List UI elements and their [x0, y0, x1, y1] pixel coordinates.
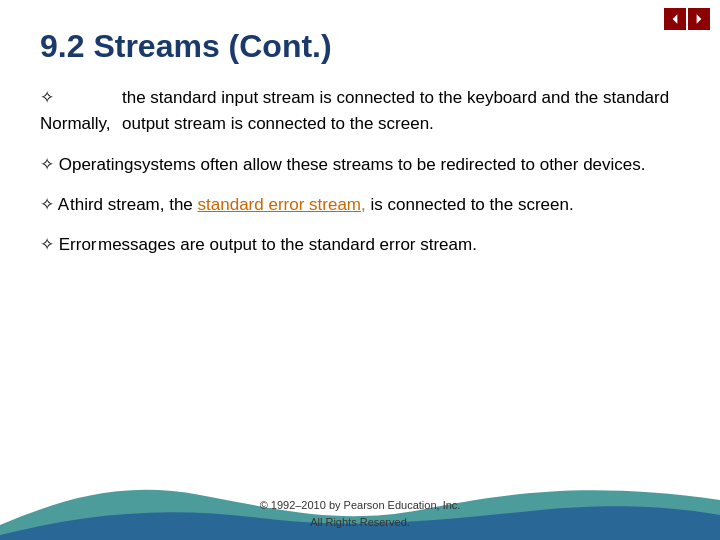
bullet-2-label: ✧ Operating	[40, 152, 133, 178]
slide-title: 9.2 Streams (Cont.)	[0, 0, 720, 85]
nav-buttons	[664, 8, 710, 30]
bullet-3-label: ✧ A	[40, 192, 70, 218]
slide: 9.2 Streams (Cont.) ✧ Normally, the stan…	[0, 0, 720, 540]
bullet-4-text: messages are output to the standard erro…	[98, 232, 477, 258]
bullet-1: ✧ Normally, the standard input stream is…	[40, 85, 680, 138]
bullet-4: ✧ Error messages are output to the stand…	[40, 232, 680, 258]
footer-line1: © 1992–2010 by Pearson Education, Inc.	[0, 497, 720, 514]
standard-error-text: standard error stream,	[198, 195, 366, 214]
footer-line2: All Rights Reserved.	[0, 514, 720, 531]
bullet-3: ✧ A third stream, the standard error str…	[40, 192, 680, 218]
svg-marker-0	[673, 14, 678, 24]
next-button[interactable]	[688, 8, 710, 30]
bullet-2-text: systems often allow these streams to be …	[133, 152, 645, 178]
prev-button[interactable]	[664, 8, 686, 30]
bullet-1-text: the standard input stream is connected t…	[122, 85, 680, 138]
bullet-4-label: ✧ Error	[40, 232, 98, 258]
svg-marker-1	[697, 14, 702, 24]
bullet-3-text: third stream, the standard error stream,…	[70, 192, 574, 218]
bullet-2: ✧ Operating systems often allow these st…	[40, 152, 680, 178]
footer: © 1992–2010 by Pearson Education, Inc. A…	[0, 497, 720, 530]
bullet-1-label: ✧ Normally,	[40, 85, 122, 138]
